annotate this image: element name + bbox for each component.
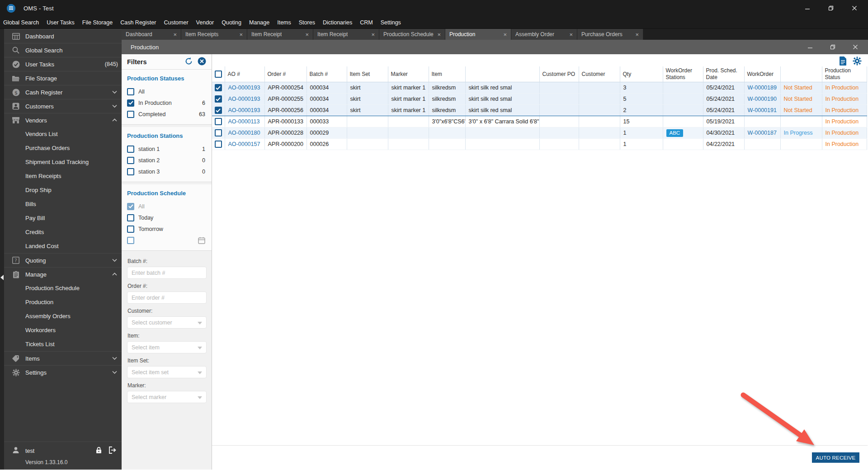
clear-filters-icon[interactable]: [198, 57, 206, 67]
export-document-icon[interactable]: [839, 56, 847, 67]
checkbox[interactable]: [127, 146, 134, 153]
inner-restore-icon[interactable]: [830, 44, 835, 50]
sidebar-item-drop-ship[interactable]: Drop Ship: [4, 183, 122, 197]
sidebar-item-vendors[interactable]: Vendors: [4, 113, 122, 127]
menu-item-items[interactable]: Items: [277, 19, 291, 26]
filter-option-today[interactable]: Today: [127, 212, 206, 223]
ao-number-link[interactable]: AO-0000193: [225, 105, 264, 116]
sidebar-item-workorders[interactable]: Workorders: [4, 323, 122, 337]
menu-item-settings[interactable]: Settings: [381, 19, 401, 26]
item-set-select[interactable]: Select item set: [127, 366, 207, 378]
row-checkbox[interactable]: [215, 118, 222, 125]
calendar-icon[interactable]: [198, 237, 205, 244]
restore-icon[interactable]: [828, 5, 834, 11]
sidebar-item-items[interactable]: Items: [4, 351, 122, 365]
ao-number-link[interactable]: AO-0000193: [225, 82, 264, 94]
sidebar-item-settings[interactable]: Settings: [4, 365, 122, 379]
tab-close-icon[interactable]: ×: [368, 31, 375, 38]
workorder-link[interactable]: W-0000187: [744, 127, 780, 139]
menu-item-file-storage[interactable]: File Storage: [82, 19, 113, 26]
tab-purchase-orders[interactable]: Purchase Orders×: [577, 29, 643, 40]
sidebar-item-customers[interactable]: Customers: [4, 99, 122, 113]
chevron-down-icon[interactable]: [112, 258, 117, 262]
tab-production[interactable]: Production×: [445, 29, 511, 40]
column-header-workorder-stations[interactable]: WorkOrder Stations: [663, 66, 703, 82]
column-header-qty[interactable]: Qty: [620, 66, 663, 82]
row-checkbox[interactable]: [215, 95, 222, 103]
item-select[interactable]: Select item: [127, 341, 207, 353]
column-header-customer[interactable]: Customer: [579, 66, 620, 82]
order-input[interactable]: [127, 291, 207, 304]
chevron-down-icon[interactable]: [112, 90, 117, 94]
checkbox[interactable]: [127, 214, 134, 221]
checkbox[interactable]: [127, 168, 134, 175]
tab-assembly-order[interactable]: Assembly Order×: [511, 29, 577, 40]
checkbox[interactable]: [127, 203, 134, 210]
column-header-prod-sched-date[interactable]: Prod. Sched. Date: [703, 66, 744, 82]
sidebar-item-production-schedule[interactable]: Production Schedule: [4, 281, 122, 295]
chevron-down-icon[interactable]: [112, 371, 117, 374]
tab-close-icon[interactable]: ×: [236, 31, 243, 38]
table-settings-gear-icon[interactable]: [853, 56, 862, 67]
column-header-item[interactable]: Item: [429, 66, 465, 82]
row-checkbox[interactable]: [215, 129, 222, 136]
sidebar-item-bills[interactable]: Bills: [4, 197, 122, 211]
workorder-link[interactable]: W-0000189: [744, 82, 780, 94]
sidebar-item-quoting[interactable]: ?Quoting: [4, 253, 122, 267]
ao-number-link[interactable]: AO-0000180: [225, 127, 264, 139]
ao-number-link[interactable]: AO-0000113: [225, 116, 264, 127]
sidebar-item-dashboard[interactable]: Dashboard: [4, 29, 122, 43]
filter-option-date[interactable]: [127, 235, 206, 246]
column-header-batch-[interactable]: Batch #: [307, 66, 347, 82]
checkbox[interactable]: [127, 157, 134, 164]
tab-item-receipt[interactable]: Item Receipt×: [247, 29, 313, 40]
inner-close-icon[interactable]: [853, 44, 858, 50]
tab-close-icon[interactable]: ×: [566, 31, 573, 38]
tab-dashboard[interactable]: Dashboard×: [122, 29, 181, 40]
filter-option-all[interactable]: All: [127, 201, 206, 212]
sidebar-item-production[interactable]: Production: [4, 295, 122, 309]
chevron-down-icon[interactable]: [112, 357, 117, 360]
column-header-workorder[interactable]: WorkOrder: [744, 66, 780, 82]
workorder-link[interactable]: [744, 139, 780, 150]
menu-item-cash-register[interactable]: Cash Register: [120, 19, 156, 26]
sidebar-item-purchase-orders[interactable]: Purchase Orders: [4, 141, 122, 155]
filter-option-in-production[interactable]: In Production6: [127, 97, 206, 108]
column-header-customer-po[interactable]: Customer PO: [539, 66, 579, 82]
marker-select[interactable]: Select marker: [127, 391, 207, 403]
workorder-link[interactable]: W-0000190: [744, 94, 780, 105]
column-header-blank-14[interactable]: [780, 66, 822, 82]
inner-minimize-icon[interactable]: [807, 44, 813, 50]
tab-item-receipts[interactable]: Item Receipts×: [181, 29, 247, 40]
sidebar-item-cash-register[interactable]: $Cash Register: [4, 85, 122, 99]
row-checkbox[interactable]: [215, 141, 222, 148]
column-header-blank-0[interactable]: [212, 66, 225, 82]
sidebar-item-global-search[interactable]: Global Search: [4, 43, 122, 57]
lock-icon[interactable]: [95, 446, 102, 456]
checkbox[interactable]: [127, 88, 134, 95]
checkbox[interactable]: [127, 226, 134, 233]
refresh-icon[interactable]: [184, 57, 193, 67]
tab-production-schedule[interactable]: Production Schedule×: [379, 29, 445, 40]
tab-close-icon[interactable]: ×: [170, 31, 177, 38]
filter-option-completed[interactable]: Completed63: [127, 108, 206, 120]
auto-receive-button[interactable]: AUTO RECEIVE: [812, 452, 859, 463]
column-header-item-set[interactable]: Item Set: [347, 66, 388, 82]
sidebar-collapse-arrow[interactable]: [0, 275, 4, 280]
column-header-blank-7[interactable]: [465, 66, 539, 82]
menu-item-quoting[interactable]: Quoting: [222, 19, 241, 26]
sidebar-item-landed-cost[interactable]: Landed Cost: [4, 239, 122, 253]
chevron-up-icon[interactable]: [112, 118, 117, 122]
menu-item-customer[interactable]: Customer: [164, 19, 188, 26]
checkbox[interactable]: [127, 99, 134, 107]
workorder-link[interactable]: W-0000191: [744, 105, 780, 116]
sidebar-item-shipment-load-tracking[interactable]: Shipment Load Tracking: [4, 155, 122, 169]
sidebar-item-user-tasks[interactable]: User Tasks(845): [4, 57, 122, 71]
menu-item-manage[interactable]: Manage: [249, 19, 269, 26]
tab-close-icon[interactable]: ×: [302, 31, 309, 38]
filter-option-tomorrow[interactable]: Tomorrow: [127, 223, 206, 235]
sidebar-item-item-receipts[interactable]: Item Receipts: [4, 169, 122, 183]
ao-number-link[interactable]: AO-0000193: [225, 94, 264, 105]
filter-option-station-1[interactable]: station 11: [127, 143, 206, 155]
menu-item-global-search[interactable]: Global Search: [3, 19, 39, 26]
